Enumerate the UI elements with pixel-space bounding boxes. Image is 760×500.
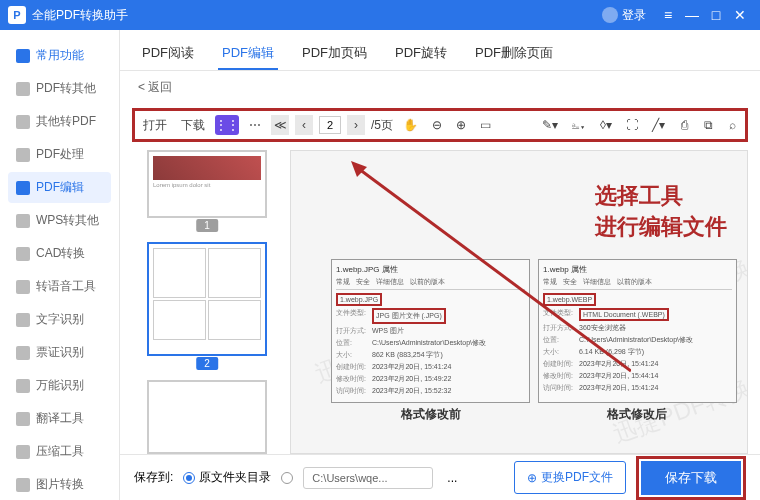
- sidebar-label: WPS转其他: [36, 212, 99, 229]
- user-icon: [602, 7, 618, 23]
- save-download-button[interactable]: 保存下载: [641, 461, 741, 495]
- plus-icon: ⊕: [527, 471, 537, 485]
- path-display[interactable]: C:\Users\wqe...: [303, 467, 433, 489]
- sidebar: 常用功能PDF转其他其他转PDFPDF处理PDF编辑WPS转其他CAD转换转语音…: [0, 30, 120, 500]
- sidebar-icon: [16, 445, 30, 459]
- sidebar-item-5[interactable]: WPS转其他: [8, 205, 111, 236]
- annotation-callout: 选择工具 进行编辑文件: [595, 181, 727, 243]
- sidebar-label: 文字识别: [36, 311, 84, 328]
- close-button[interactable]: ✕: [728, 7, 752, 23]
- sidebar-item-12[interactable]: 压缩工具: [8, 436, 111, 467]
- hand-tool-icon[interactable]: ✋: [399, 115, 422, 135]
- footer: 保存到: 原文件夹目录 C:\Users\wqe... ... ⊕更换PDF文件…: [120, 454, 760, 500]
- svg-line-0: [359, 169, 631, 371]
- zoom-in-icon[interactable]: ⊕: [452, 115, 470, 135]
- sidebar-icon: [16, 49, 30, 63]
- page-number: 1: [196, 219, 218, 232]
- tab-1[interactable]: PDF编辑: [218, 38, 278, 70]
- sidebar-label: 票证识别: [36, 344, 84, 361]
- caption-before: 格式修改前: [401, 406, 461, 423]
- dlg-acc: 2023年2月20日, 15:41:24: [579, 383, 658, 393]
- search-icon[interactable]: ⌕: [723, 115, 741, 135]
- sidebar-label: 翻译工具: [36, 410, 84, 427]
- sidebar-item-9[interactable]: 票证识别: [8, 337, 111, 368]
- saveto-label: 保存到:: [134, 469, 173, 486]
- sidebar-item-3[interactable]: PDF处理: [8, 139, 111, 170]
- sidebar-item-0[interactable]: 常用功能: [8, 40, 111, 71]
- toolbar-highlight: 打开 下载 ⋮⋮ ⋯ ≪ ‹ › /5页 ✋ ⊖ ⊕ ▭ ✎▾ ⎁▾ ◊▾ ⛶ …: [132, 108, 748, 142]
- sidebar-icon: [16, 313, 30, 327]
- sidebar-label: 图片转换: [36, 476, 84, 493]
- login-label: 登录: [622, 7, 646, 24]
- sidebar-icon: [16, 346, 30, 360]
- sidebar-icon: [16, 82, 30, 96]
- highlight-tool-icon[interactable]: ✎▾: [538, 115, 562, 135]
- sidebar-label: CAD转换: [36, 245, 85, 262]
- sidebar-item-13[interactable]: 图片转换: [8, 469, 111, 500]
- first-page-button[interactable]: ≪: [271, 115, 289, 135]
- tab-0[interactable]: PDF阅读: [138, 38, 198, 70]
- menu-icon[interactable]: ≡: [656, 7, 680, 23]
- zoom-out-icon[interactable]: ⊖: [428, 115, 446, 135]
- next-page-button[interactable]: ›: [347, 115, 365, 135]
- radio-original-folder[interactable]: 原文件夹目录: [183, 469, 271, 486]
- copy-icon[interactable]: ⧉: [699, 115, 717, 135]
- sidebar-icon: [16, 478, 30, 492]
- crop-tool-icon[interactable]: ⛶: [622, 115, 642, 135]
- sidebar-icon: [16, 181, 30, 195]
- app-title: 全能PDF转换助手: [32, 7, 128, 24]
- fit-page-icon[interactable]: ▭: [476, 115, 495, 135]
- sidebar-label: 压缩工具: [36, 443, 84, 460]
- sidebar-item-7[interactable]: 转语音工具: [8, 271, 111, 302]
- sidebar-icon: [16, 247, 30, 261]
- sidebar-item-8[interactable]: 文字识别: [8, 304, 111, 335]
- maximize-button[interactable]: □: [704, 7, 728, 23]
- sidebar-icon: [16, 214, 30, 228]
- sidebar-item-11[interactable]: 翻译工具: [8, 403, 111, 434]
- print-icon[interactable]: ⎙: [675, 115, 693, 135]
- download-button[interactable]: 下载: [177, 115, 209, 135]
- back-button[interactable]: < 返回: [120, 71, 760, 104]
- more-icon[interactable]: ⋯: [245, 115, 265, 135]
- shape-tool-icon[interactable]: ◊▾: [596, 115, 616, 135]
- sidebar-icon: [16, 280, 30, 294]
- sidebar-item-6[interactable]: CAD转换: [8, 238, 111, 269]
- preview-area[interactable]: 迅捷PDF转换器 迅捷PDF转换器 迅捷PDF转换器 选择工具 进行编辑文件 1…: [290, 150, 748, 454]
- sidebar-item-1[interactable]: PDF转其他: [8, 73, 111, 104]
- save-button-highlight: 保存下载: [636, 456, 746, 500]
- sidebar-icon: [16, 379, 30, 393]
- browse-button[interactable]: ...: [443, 468, 461, 488]
- tab-2[interactable]: PDF加页码: [298, 38, 371, 70]
- text-tool-icon[interactable]: ⎁▾: [568, 115, 590, 135]
- sidebar-label: PDF编辑: [36, 179, 84, 196]
- thumbnail-3[interactable]: 3: [147, 380, 267, 454]
- sidebar-item-4[interactable]: PDF编辑: [8, 172, 111, 203]
- app-logo-icon: P: [8, 6, 26, 24]
- line-tool-icon[interactable]: ╱▾: [648, 115, 669, 135]
- open-button[interactable]: 打开: [139, 115, 171, 135]
- caption-after: 格式修改后: [607, 406, 667, 423]
- sidebar-label: 转语音工具: [36, 278, 96, 295]
- sidebar-item-10[interactable]: 万能识别: [8, 370, 111, 401]
- radio-label: 原文件夹目录: [199, 469, 271, 486]
- tab-4[interactable]: PDF删除页面: [471, 38, 557, 70]
- change-label: 更换PDF文件: [541, 469, 613, 486]
- page-number: 2: [196, 357, 218, 370]
- sidebar-label: 常用功能: [36, 47, 84, 64]
- tab-3[interactable]: PDF旋转: [391, 38, 451, 70]
- sidebar-item-2[interactable]: 其他转PDF: [8, 106, 111, 137]
- tabs: PDF阅读PDF编辑PDF加页码PDF旋转PDF删除页面: [120, 30, 760, 71]
- toolbar: 打开 下载 ⋮⋮ ⋯ ≪ ‹ › /5页 ✋ ⊖ ⊕ ▭ ✎▾ ⎁▾ ◊▾ ⛶ …: [139, 115, 741, 135]
- thumbnail-2[interactable]: 2: [147, 242, 267, 356]
- thumbnail-1[interactable]: Lorem ipsum dolor sit1: [147, 150, 267, 218]
- page-input[interactable]: [319, 116, 341, 134]
- view-grid-icon[interactable]: ⋮⋮: [215, 115, 239, 135]
- prev-page-button[interactable]: ‹: [295, 115, 313, 135]
- sidebar-icon: [16, 115, 30, 129]
- change-pdf-button[interactable]: ⊕更换PDF文件: [514, 461, 626, 494]
- sidebar-icon: [16, 148, 30, 162]
- login-button[interactable]: 登录: [602, 7, 646, 24]
- radio-custom-folder[interactable]: [281, 472, 293, 484]
- page-total: /5页: [371, 117, 393, 134]
- minimize-button[interactable]: —: [680, 7, 704, 23]
